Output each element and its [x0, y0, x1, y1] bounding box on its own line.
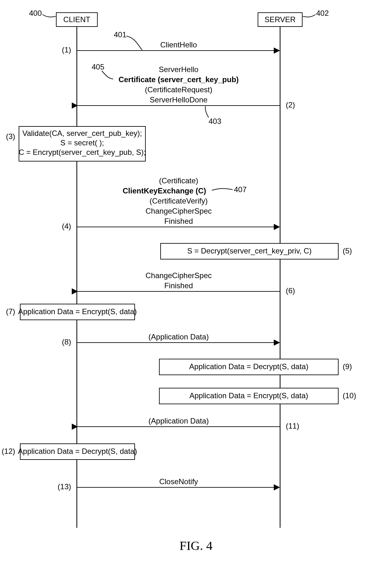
step-3: (3): [6, 132, 15, 141]
msg-finished-2: Finished: [164, 281, 193, 290]
box3-l2: S = secret( );: [60, 138, 104, 147]
step-6: (6): [286, 286, 295, 295]
msg-client-hello: ClientHello: [160, 40, 197, 49]
step-11: (11): [286, 422, 299, 430]
ref-403: 403: [209, 117, 221, 125]
sequence-diagram: CLIENT 400 SERVER 402 (1) ClientHello 40…: [0, 0, 392, 567]
step-8: (8): [62, 338, 71, 346]
box5: S = Decrypt(server_cert_key_priv, C): [187, 247, 312, 255]
step-10: (10): [343, 391, 356, 400]
msg-client-key-exchange: ClientKeyExchange (C): [123, 186, 206, 195]
msg-ccs-1: ChangeCipherSpec: [145, 207, 211, 215]
box7: Application Data = Encrypt(S, data): [18, 307, 137, 316]
msg-finished-1: Finished: [164, 217, 193, 225]
msg-server-hello: ServerHello: [159, 65, 198, 74]
leader-401: [126, 36, 142, 50]
leader-400: [42, 15, 56, 17]
leader-405: [102, 71, 113, 79]
box10: Application Data = Encrypt(S, data): [189, 391, 308, 400]
box3-l3: C = Encrypt(server_cert_key_pub, S);: [19, 148, 146, 156]
msg-cert-verify: (CertificateVerify): [150, 197, 208, 205]
step-5: (5): [343, 247, 352, 255]
msg-server-hello-done: ServerHelloDone: [150, 95, 208, 104]
ref-400: 400: [29, 9, 42, 17]
leader-403: [205, 106, 209, 118]
ref-405: 405: [92, 63, 104, 71]
server-header-label: SERVER: [265, 15, 296, 24]
msg-close-notify: CloseNotify: [159, 477, 198, 486]
ref-407: 407: [234, 185, 247, 194]
leader-407: [212, 188, 233, 190]
msg-certificate: (Certificate): [159, 176, 198, 185]
box9: Application Data = Decrypt(S, data): [189, 362, 309, 371]
step-2: (2): [286, 101, 295, 109]
step-4: (4): [62, 222, 71, 230]
step-1: (1): [62, 46, 71, 54]
step-12: (12): [2, 447, 15, 455]
ref-402: 402: [316, 9, 329, 17]
figure-label: FIG. 4: [180, 539, 212, 553]
msg-ccs-2: ChangeCipherSpec: [145, 271, 211, 280]
step-13: (13): [58, 482, 71, 491]
msg-appdata-2: (Application Data): [149, 417, 209, 425]
msg-appdata-1: (Application Data): [149, 332, 209, 341]
box12: Application Data = Decrypt(S, data): [18, 447, 137, 455]
step-7: (7): [6, 307, 15, 316]
msg-cert-req: (CertificateRequest): [145, 85, 212, 94]
step-9: (9): [343, 362, 352, 371]
msg-cert-pub: Certificate (server_cert_key_pub): [119, 75, 239, 84]
client-header-label: CLIENT: [63, 15, 90, 24]
box3-l1: Validate(CA, server_cert_pub_key);: [22, 129, 142, 137]
leader-402: [303, 15, 315, 17]
ref-401: 401: [114, 30, 126, 39]
